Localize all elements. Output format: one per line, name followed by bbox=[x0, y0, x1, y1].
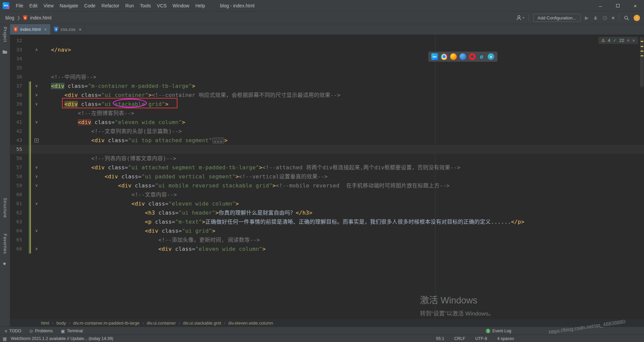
run-icon[interactable]: ▶ bbox=[585, 15, 589, 20]
editor[interactable]: 3233∧ </nav>343536 <!--中间内容-->37∨ <div c… bbox=[10, 35, 644, 319]
menu-edit[interactable]: Edit bbox=[26, 0, 41, 11]
code-line[interactable]: 35 bbox=[10, 63, 644, 72]
add-configuration-button[interactable]: Add Configuration... bbox=[533, 14, 581, 22]
vcs-change-marker bbox=[29, 235, 30, 244]
ie-browser-icon[interactable]: e bbox=[478, 53, 485, 60]
chevron-down-icon[interactable]: ∨ bbox=[632, 38, 635, 43]
star-icon[interactable]: ★ bbox=[2, 261, 7, 266]
debug-icon[interactable] bbox=[593, 15, 598, 20]
vcs-change-marker bbox=[29, 226, 30, 235]
update-available-icon[interactable]: ↑ bbox=[634, 15, 640, 21]
close-button[interactable]: × bbox=[627, 0, 644, 11]
search-icon[interactable] bbox=[624, 15, 629, 21]
code-line[interactable]: 32 bbox=[10, 36, 644, 45]
line-ending[interactable]: CRLF bbox=[454, 336, 465, 341]
scrollbar-warning-mark[interactable] bbox=[641, 46, 643, 47]
code-line[interactable]: 66∨ <div class="eleven wide column"> bbox=[10, 244, 644, 253]
line-number: 64 bbox=[10, 226, 22, 235]
tool-stripe-favorites[interactable]: Favorites bbox=[3, 234, 7, 254]
code-line[interactable]: 58∨ <div class="ui padded vertical segme… bbox=[10, 172, 644, 181]
tool-window-terminal[interactable]: ▣Terminal bbox=[61, 329, 83, 334]
tool-stripe-project[interactable]: Project bbox=[3, 27, 7, 42]
code-line[interactable]: 65 <!--添加头像，更新时间, 阅读数等--> bbox=[10, 235, 644, 244]
code-line[interactable]: 36 <!--中间内容--> bbox=[10, 72, 644, 81]
code-line[interactable]: 62 <h3 class="ui header">你真的理解什么是财富自由吗？<… bbox=[10, 208, 644, 217]
status-right: 55:1CRLFUTF-84 spaces bbox=[436, 335, 514, 342]
code-text: <div class="eleven wide column"> bbox=[38, 199, 239, 208]
tool-window-todo[interactable]: ≡TODO bbox=[5, 329, 21, 334]
chevron-right-icon: › bbox=[143, 321, 144, 325]
maximize-button[interactable] bbox=[609, 0, 627, 11]
code-line[interactable]: 37∨ <div class="m-container m-padded-tb-… bbox=[10, 81, 644, 91]
status-message[interactable]: WebStorm 2021.1.2 available // Update...… bbox=[11, 336, 113, 341]
breadcrumb-item[interactable]: div.ui.stackable.grid bbox=[183, 321, 221, 326]
code-line[interactable]: 56 <!--列表内容(博客文章内容)--> bbox=[10, 154, 644, 163]
menu-navigate[interactable]: Navigate bbox=[57, 0, 81, 11]
code-line[interactable]: 34 bbox=[10, 54, 644, 63]
breadcrumb-item[interactable]: div.ui.container bbox=[147, 321, 176, 326]
menu-vcs[interactable]: VCS bbox=[154, 0, 170, 11]
watermark-line2: 转到“设置”以激活 Windows。 bbox=[420, 309, 494, 317]
user-icon[interactable]: ▾ bbox=[516, 15, 524, 21]
menu-help[interactable]: Help bbox=[192, 0, 208, 11]
vcs-change-marker bbox=[29, 244, 30, 253]
inspections-widget[interactable]: ⚠ 4 ✓ 22 ∧ ∨ bbox=[598, 37, 638, 44]
code-line[interactable]: 63 <p class="m-text">正确做好任何一件事情的前提是清晰、正确… bbox=[10, 217, 644, 226]
event-log-button[interactable]: 1 Event Log bbox=[486, 327, 511, 335]
code-line[interactable]: 33∧ </nav> bbox=[10, 45, 644, 54]
close-tab-icon[interactable]: × bbox=[79, 27, 82, 32]
code-line[interactable]: 64∨ <div class="ui grid"> bbox=[10, 226, 644, 235]
code-line[interactable]: 40 <!--左侧博客列表--> bbox=[10, 109, 644, 118]
code-line[interactable]: 55 bbox=[10, 145, 644, 154]
breadcrumb-item[interactable]: body bbox=[56, 321, 66, 326]
menu-window[interactable]: Window bbox=[170, 0, 193, 11]
breadcrumb-project[interactable]: blog bbox=[5, 15, 14, 20]
edge-browser-icon[interactable]: e bbox=[488, 53, 494, 60]
scrollbar-thumb[interactable] bbox=[640, 37, 644, 87]
code-line[interactable]: 42 <!--文章列表的头部(显示篇数)--> bbox=[10, 127, 644, 136]
breadcrumb-item[interactable]: div.eleven.wide.column bbox=[228, 321, 273, 326]
code-line[interactable]: 43+ <div class="ui top attached segment"… bbox=[10, 136, 644, 145]
chevron-up-icon[interactable]: ∧ bbox=[627, 38, 630, 43]
close-tab-icon[interactable]: × bbox=[44, 27, 47, 32]
editor-scrollbar[interactable] bbox=[640, 35, 644, 319]
tool-window-switcher-icon[interactable]: ▦ bbox=[3, 336, 7, 341]
tab-css.css[interactable]: 3css.css× bbox=[51, 24, 85, 35]
scrollbar-warning-mark[interactable] bbox=[641, 41, 643, 42]
menu-run[interactable]: Run bbox=[122, 0, 137, 11]
firefox-browser-icon[interactable] bbox=[450, 53, 457, 60]
menu-refactor[interactable]: Refactor bbox=[99, 0, 122, 11]
tool-window-problems[interactable]: ⊙Problems bbox=[29, 329, 53, 334]
scrollbar-warning-mark[interactable] bbox=[641, 55, 643, 56]
menu-file[interactable]: File bbox=[13, 0, 26, 11]
status-left: ▦ WebStorm 2021.1.2 available // Update.… bbox=[3, 335, 113, 342]
menu-tools[interactable]: Tools bbox=[137, 0, 154, 11]
indent-setting[interactable]: 4 spaces bbox=[497, 336, 514, 341]
profiler-icon[interactable] bbox=[602, 15, 607, 20]
minimize-button[interactable]: – bbox=[592, 0, 609, 11]
tab-index.html[interactable]: 5index.html× bbox=[10, 24, 51, 35]
opera-browser-icon[interactable] bbox=[469, 53, 476, 60]
chevron-right-icon: › bbox=[179, 321, 180, 325]
vcs-change-marker bbox=[29, 100, 30, 109]
breadcrumb-file[interactable]: index.html bbox=[30, 15, 52, 20]
code-line[interactable]: 60 <!--文章内容--> bbox=[10, 190, 644, 199]
tool-stripe-structure[interactable]: Structure bbox=[3, 198, 7, 218]
code-line[interactable]: 57∨ <div class="ui attached segment m-pa… bbox=[10, 163, 644, 172]
caret-position[interactable]: 55:1 bbox=[436, 336, 444, 341]
scrollbar-warning-mark[interactable] bbox=[641, 51, 643, 52]
safari-browser-icon[interactable] bbox=[460, 53, 466, 60]
breadcrumb-item[interactable]: div.m-container.m-padded-tb-large bbox=[73, 321, 140, 326]
webstorm-browser-icon[interactable]: WS bbox=[431, 53, 438, 60]
code-line[interactable]: 59∨ <div class="ui mobile reversed stack… bbox=[10, 181, 644, 190]
code-line[interactable]: 61∨ <div class="eleven wide column"> bbox=[10, 199, 644, 208]
code-line[interactable]: 41∨ <div class="eleven wide column"> bbox=[10, 118, 644, 127]
stop-icon[interactable]: ■ bbox=[612, 15, 614, 20]
encoding[interactable]: UTF-8 bbox=[475, 336, 487, 341]
menu-code[interactable]: Code bbox=[81, 0, 98, 11]
tab-label: index.html bbox=[20, 27, 41, 32]
line-number: 66 bbox=[10, 244, 22, 253]
menu-view[interactable]: View bbox=[41, 0, 57, 11]
breadcrumb-item[interactable]: html bbox=[41, 321, 49, 326]
chrome-browser-icon[interactable] bbox=[441, 53, 447, 60]
